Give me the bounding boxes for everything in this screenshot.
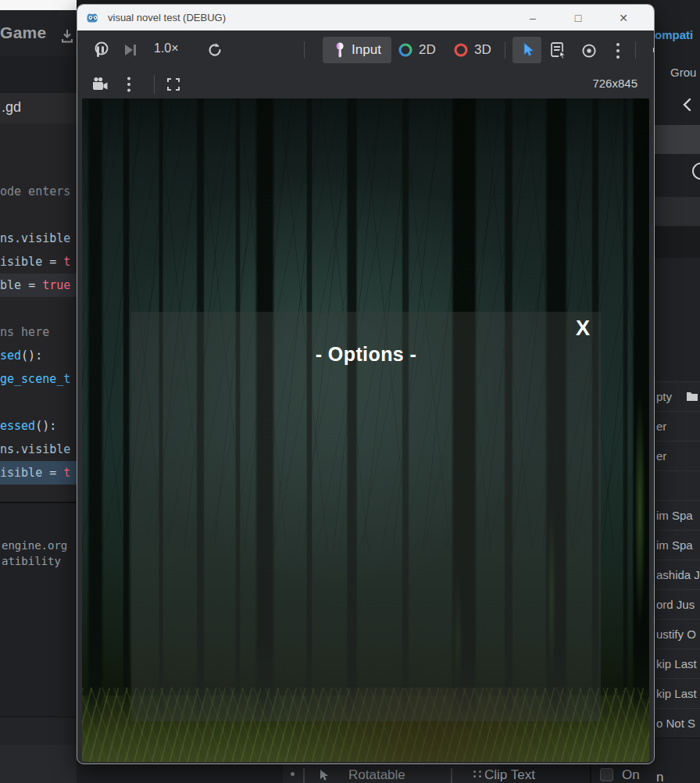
cursor-icon [317, 768, 331, 782]
next-frame-icon[interactable] [122, 42, 139, 58]
kebab-icon[interactable] [473, 770, 483, 780]
code-line: ge_scene_t [0, 367, 77, 391]
window-title: visual novel test (DEBUG) [108, 12, 226, 23]
movie-maker-icon[interactable] [91, 75, 109, 94]
mode-3d-button[interactable]: 3D [453, 37, 491, 63]
node-picker-icon[interactable] [549, 41, 570, 61]
node-circle-icon [692, 163, 700, 180]
inspector-property-row[interactable]: pty [655, 381, 700, 411]
clip-text-property-label: Clip Text [484, 767, 535, 783]
property-label-partial: ashida J [656, 568, 700, 581]
options-panel: - Options - X [131, 312, 601, 721]
options-title: - Options - [131, 343, 601, 366]
speaker-icon[interactable] [650, 41, 655, 59]
debug-toolbar: 1.0× Input 2D [77, 30, 654, 70]
editor-titlebar-sliver [0, 0, 77, 10]
inspector-selected-row[interactable] [655, 125, 700, 154]
output-log-line: atibility [2, 555, 61, 567]
property-label-partial: er [656, 449, 666, 463]
mode-2d-label: 2D [419, 42, 436, 58]
pause-game-icon[interactable] [91, 40, 111, 60]
property-label-partial: im Spa [656, 509, 693, 522]
inspector-spacer [655, 227, 700, 258]
bottom-clipped-row: Rotatable [283, 764, 498, 783]
code-line: isible = t [0, 461, 77, 484]
game-tab-label[interactable]: Game [0, 23, 47, 42]
cursor-arrow-icon [520, 41, 535, 59]
input-pin-icon [333, 41, 347, 59]
property-label-partial: o Not S [656, 717, 695, 730]
window-titlebar[interactable]: visual novel test (DEBUG) – □ ✕ [77, 5, 654, 30]
groups-label[interactable]: Grou [670, 66, 696, 79]
divider [154, 75, 155, 94]
minimize-button[interactable]: – [510, 12, 555, 24]
inspector-property-row[interactable]: kip Last [655, 678, 700, 708]
inspector-property-row[interactable]: im Spa [655, 530, 700, 560]
renderer-label[interactable]: ompati [655, 28, 693, 41]
property-label-partial: pty [656, 390, 672, 403]
editor-bottom-strip: Rotatable Clip Text On [77, 764, 655, 783]
2d-ring-icon [398, 42, 413, 58]
editor-right-panel: ompati Grou pty ererim Spaim Spaashida J… [655, 0, 700, 783]
mode-2d-button[interactable]: 2D [398, 37, 436, 63]
inspector-empty-region [655, 258, 700, 381]
bottom-panel-band [0, 717, 77, 745]
code-line: sed(): [0, 344, 77, 367]
code-line: ode enters [0, 180, 77, 203]
target-icon[interactable] [580, 42, 598, 59]
kebab-menu-icon[interactable] [126, 76, 132, 93]
mode-3d-label: 3D [474, 42, 491, 58]
divider [303, 768, 305, 783]
inspector-row-band[interactable] [655, 197, 700, 226]
inspector-property-row[interactable]: er [655, 411, 700, 441]
divider [451, 768, 452, 783]
maximize-button[interactable]: □ [555, 12, 601, 24]
property-value-partial: n [656, 770, 663, 783]
game-viewport[interactable]: - Options - X [82, 98, 649, 762]
inspector-property-row[interactable]: ord Jus [655, 589, 700, 619]
folder-icon[interactable] [686, 391, 698, 402]
divider [635, 41, 636, 59]
input-mode-button[interactable]: Input [323, 37, 391, 63]
inspector-property-row[interactable]: ustify O [655, 619, 700, 649]
property-label-partial: er [656, 420, 666, 433]
script-file-name: .gd [2, 99, 21, 116]
divider [505, 41, 505, 59]
download-icon[interactable] [59, 28, 75, 45]
property-label-partial: ord Jus [656, 598, 695, 611]
inspector-property-row[interactable]: im Spa [655, 500, 700, 530]
code-line: ble = true [0, 274, 77, 297]
inspector-property-row[interactable]: kip Last [655, 649, 700, 678]
output-log-panel: engine.org atibility [0, 502, 77, 717]
history-back-icon[interactable] [681, 97, 692, 113]
godot-icon [85, 10, 101, 26]
screen: { "window": { "title": "visual novel tes… [0, 0, 700, 783]
code-line: essed(): [0, 414, 77, 438]
inspector-property-row[interactable] [655, 470, 700, 500]
fullscreen-icon[interactable] [165, 76, 182, 93]
3d-ring-icon [453, 42, 469, 58]
close-button[interactable]: ✕ [601, 12, 646, 24]
clip-text-value: On [622, 767, 640, 783]
code-line: ns here [0, 320, 77, 344]
code-line: isible = t [0, 250, 77, 274]
kebab-menu-icon[interactable] [615, 41, 621, 60]
inspector-property-row[interactable]: er [655, 441, 700, 470]
property-label-partial: kip Last [656, 657, 697, 670]
resolution-label: 726x845 [592, 77, 638, 90]
inspector-property-row[interactable]: ashida J [655, 560, 700, 589]
divider [304, 41, 305, 59]
output-log-line: engine.org [2, 539, 67, 552]
property-label-partial: im Spa [656, 538, 693, 552]
bottom-clipped-label[interactable]: Rotatable [348, 767, 405, 783]
inspector-property-row[interactable]: o Not S [655, 708, 700, 738]
restart-icon[interactable] [205, 41, 224, 59]
clip-text-checkbox[interactable] [600, 768, 613, 781]
select-cursor-button[interactable] [512, 37, 541, 63]
options-close-button[interactable]: X [576, 316, 590, 341]
code-line: ns.visible [0, 227, 77, 250]
script-file-item[interactable]: .gd [0, 93, 77, 123]
bullet-icon [291, 772, 295, 776]
code-line: ns.visible [0, 438, 77, 461]
input-mode-label: Input [352, 42, 381, 58]
